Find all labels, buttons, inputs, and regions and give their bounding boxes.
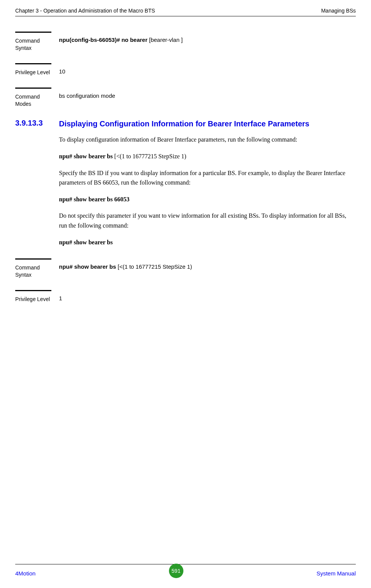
command-line: npu# show bearer bs 66053 [59, 194, 356, 204]
footer-right: System Manual [317, 570, 356, 577]
command-plain: [bearer-vlan ] [148, 37, 183, 43]
privilege-level-block-1: Privilege Level 10 [15, 63, 356, 76]
command-bold: npu# show bearer bs 66053 [59, 196, 129, 202]
section-heading: 3.9.13.3 Displaying Configuration Inform… [15, 119, 356, 129]
command-bold: npu# show bearer bs [59, 153, 113, 159]
command-plain: [<(1 to 16777215 StepSize 1) [116, 263, 192, 270]
command-syntax-block-1: Command Syntax npu(config-bs-66053)# no … [15, 32, 356, 52]
paragraph: To display configuration information of … [59, 135, 356, 145]
section-title: Displaying Configuration Information for… [59, 119, 356, 129]
header-right: Managing BSs [321, 8, 356, 14]
header-left: Chapter 3 - Operation and Administration… [15, 8, 155, 14]
command-syntax-block-2: Command Syntax npu# show bearer bs [<(1 … [15, 258, 356, 279]
page-header: Chapter 3 - Operation and Administration… [15, 8, 356, 16]
def-content: 1 [51, 290, 356, 303]
page-number-badge: 591 [169, 564, 183, 578]
def-content: npu(config-bs-66053)# no bearer [bearer-… [51, 32, 356, 52]
def-label: Privilege Level [15, 63, 51, 76]
command-bold: npu(config-bs-66053)# no bearer [59, 37, 148, 43]
def-content: 10 [51, 63, 356, 76]
command-line: npu# show bearer bs [59, 237, 356, 247]
def-label: Privilege Level [15, 290, 51, 303]
def-content: bs configuration mode [51, 88, 356, 108]
page-footer: 4Motion 591 System Manual [15, 564, 356, 580]
def-label: Command Modes [15, 88, 51, 108]
def-label: Command Syntax [15, 258, 51, 279]
command-modes-block: Command Modes bs configuration mode [15, 88, 356, 108]
paragraph: Specify the BS ID if you want to display… [59, 168, 356, 188]
paragraph: Do not specify this parameter if you wan… [59, 211, 356, 230]
def-content: npu# show bearer bs [<(1 to 16777215 Ste… [51, 258, 356, 279]
section-number: 3.9.13.3 [15, 119, 59, 129]
def-label: Command Syntax [15, 32, 51, 52]
privilege-level-block-2: Privilege Level 1 [15, 290, 356, 303]
footer-left: 4Motion [15, 570, 35, 577]
command-line: npu# show bearer bs [<(1 to 16777215 Ste… [59, 151, 356, 161]
command-bold: npu# show bearer bs [59, 263, 116, 270]
command-bold: npu# show bearer bs [59, 239, 113, 245]
command-plain: [<(1 to 16777215 StepSize 1) [113, 153, 186, 159]
